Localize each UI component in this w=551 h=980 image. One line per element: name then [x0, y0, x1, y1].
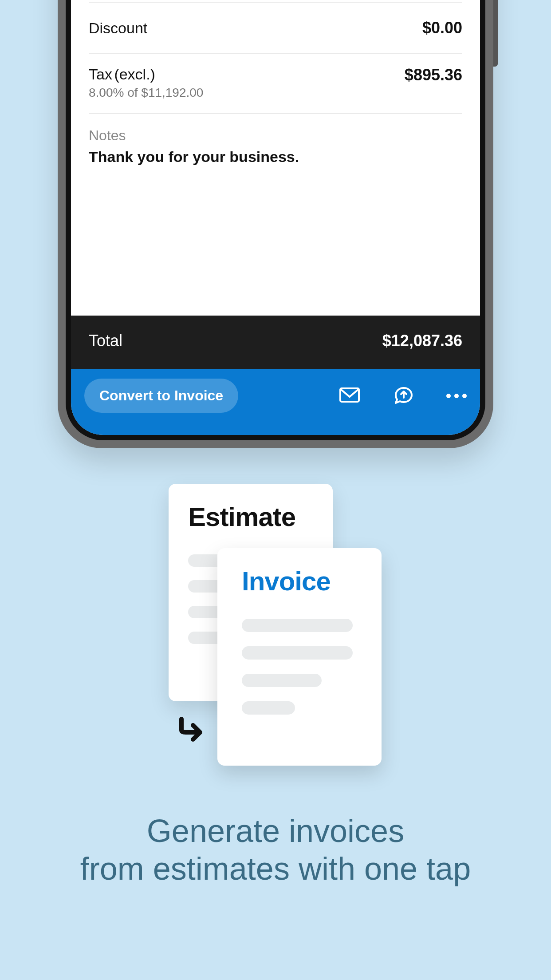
placeholder-line — [242, 701, 295, 715]
total-bar: Total $12,087.36 — [71, 316, 480, 369]
tax-label: Tax — [89, 66, 112, 83]
total-value: $12,087.36 — [382, 332, 462, 350]
total-label: Total — [89, 332, 122, 350]
more-icon — [446, 394, 467, 398]
screen: 3 1 x $1,399.00 $1,399.00 Add Items — [71, 0, 480, 435]
phone-frame: 3 1 x $1,399.00 $1,399.00 Add Items — [58, 0, 493, 448]
tax-row[interactable]: Tax (excl.) 8.00% of $11,192.00 $895.36 — [89, 54, 462, 114]
notes-text: Thank you for your business. — [89, 148, 462, 166]
action-bar: Convert to Invoice — [71, 369, 480, 435]
phone-bezel: 3 1 x $1,399.00 $1,399.00 Add Items — [66, 0, 485, 440]
summary-card: Subtotal $11,192.00 Discount $0.00 Tax (… — [71, 0, 480, 316]
chat-share-icon — [392, 383, 415, 408]
placeholder-line — [242, 674, 322, 687]
placeholder-line — [242, 619, 353, 632]
placeholder-line — [242, 646, 353, 660]
tax-paren: (excl.) — [114, 66, 155, 83]
marketing-line-1: Generate invoices — [53, 812, 498, 850]
estimate-screen: 3 1 x $1,399.00 $1,399.00 Add Items — [71, 0, 480, 435]
convert-arrow-icon — [175, 715, 206, 747]
invoice-card-title: Invoice — [242, 566, 357, 597]
email-button[interactable] — [338, 383, 361, 408]
convert-to-invoice-button[interactable]: Convert to Invoice — [84, 379, 238, 413]
notes-label: Notes — [89, 127, 462, 144]
estimate-card-title: Estimate — [188, 502, 313, 532]
message-button[interactable] — [392, 383, 415, 408]
estimate-invoice-illustration: Estimate Invoice — [169, 484, 382, 768]
mail-icon — [338, 383, 361, 408]
more-button[interactable] — [446, 394, 467, 398]
tax-detail: 8.00% of $11,192.00 — [89, 86, 203, 100]
tax-value: $895.36 — [405, 66, 462, 84]
discount-label: Discount — [89, 20, 147, 37]
invoice-card: Invoice — [217, 548, 382, 766]
discount-value: $0.00 — [422, 19, 462, 37]
marketing-tagline: Generate invoices from estimates with on… — [0, 812, 551, 888]
marketing-line-2: from estimates with one tap — [53, 850, 498, 888]
discount-row[interactable]: Discount $0.00 — [89, 3, 462, 54]
phone-side-button — [493, 0, 498, 67]
notes-row[interactable]: Notes Thank you for your business. — [89, 114, 462, 183]
